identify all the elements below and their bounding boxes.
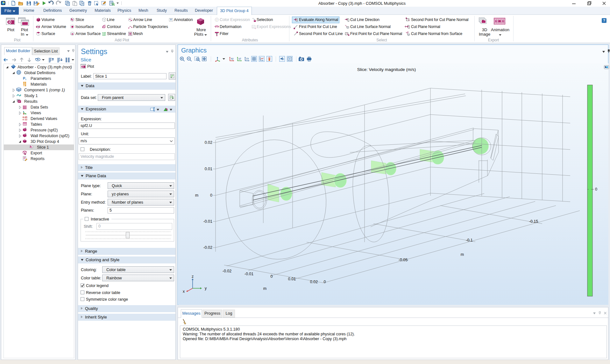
svg-text:0: 0 [271, 274, 273, 279]
svg-text:0: 0 [595, 187, 597, 192]
svg-text:x: x [183, 289, 185, 294]
svg-text:-0.15: -0.15 [529, 219, 538, 224]
svg-text:xy: xy [231, 57, 234, 60]
svg-text:*: * [25, 127, 26, 130]
svg-text:e-12: e-12 [23, 118, 27, 121]
svg-text:-0.01: -0.01 [203, 219, 213, 224]
svg-text:0.01: 0.01 [288, 277, 296, 281]
svg-text:zx: zx [246, 57, 249, 60]
svg-text:m: m [195, 193, 198, 198]
svg-text:-0.05: -0.05 [399, 258, 408, 262]
svg-text:*: * [25, 133, 26, 136]
svg-text:y: y [205, 286, 207, 290]
svg-text:-0.01: -0.01 [245, 272, 254, 276]
svg-text:yz: yz [238, 57, 241, 60]
svg-text:a=: a= [252, 26, 255, 28]
svg-text:m: m [263, 286, 266, 291]
svg-text:0: 0 [324, 280, 326, 284]
svg-text:-0.02: -0.02 [203, 245, 213, 250]
svg-text:P: P [23, 76, 25, 80]
svg-text:0.01: 0.01 [205, 167, 212, 171]
svg-text:-0.02: -0.02 [223, 269, 232, 273]
svg-text:i: i [25, 78, 26, 81]
svg-text:0.02: 0.02 [310, 280, 318, 284]
svg-text:z: z [192, 274, 194, 279]
svg-text:0: 0 [210, 193, 212, 198]
svg-text:m: m [461, 252, 464, 257]
svg-text:-0.1: -0.1 [466, 238, 473, 242]
svg-text:0.02: 0.02 [205, 140, 212, 145]
